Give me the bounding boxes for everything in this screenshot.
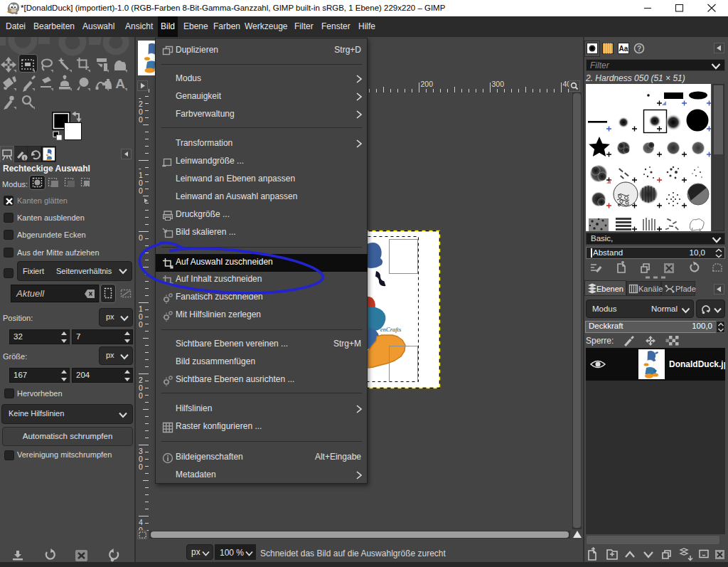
svg-text:0: 0 bbox=[139, 462, 143, 471]
svg-text:enCrafts: enCrafts bbox=[380, 326, 402, 333]
svg-text:Pfade: Pfade bbox=[675, 285, 696, 293]
svg-text:Aa: Aa bbox=[619, 45, 628, 53]
svg-text:300: 300 bbox=[492, 80, 505, 88]
svg-text:200: 200 bbox=[421, 80, 434, 88]
svg-text:i: i bbox=[23, 155, 25, 161]
svg-text:0: 0 bbox=[139, 233, 143, 242]
svg-text:0: 0 bbox=[139, 320, 143, 329]
svg-text:A: A bbox=[115, 76, 125, 91]
svg-text:Ebenen: Ebenen bbox=[596, 285, 623, 293]
svg-text:0: 0 bbox=[139, 391, 143, 400]
svg-text:Kanäle: Kanäle bbox=[638, 285, 663, 293]
svg-text:0: 0 bbox=[139, 186, 143, 195]
svg-text:?: ? bbox=[637, 45, 641, 53]
svg-text:0: 0 bbox=[139, 115, 143, 124]
